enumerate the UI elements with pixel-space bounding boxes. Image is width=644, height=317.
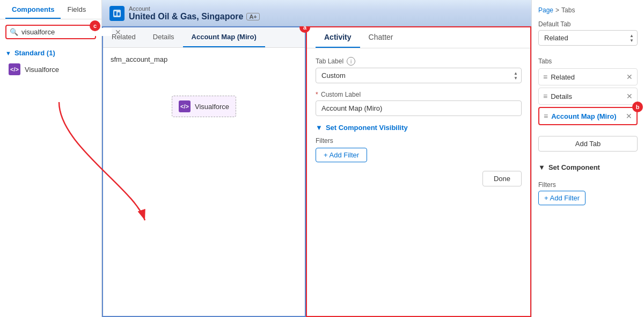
vf-dropped-icon: </> bbox=[179, 100, 191, 112]
tab-components[interactable]: Components bbox=[5, 0, 61, 19]
activity-content: Tab Label i Custom Related Details ▲ ▼ bbox=[307, 48, 530, 316]
right-panel: Page > Tabs Default Tab Related Details … bbox=[531, 0, 644, 317]
tab-close-map-button[interactable]: ✕ bbox=[626, 112, 632, 120]
tab-item-related-wrapper: ≡ Related ✕ bbox=[538, 68, 638, 85]
vf-dropped-icon-label: </> bbox=[180, 103, 189, 110]
drag-handle-map-icon: ≡ bbox=[544, 112, 548, 120]
component-visualforce-label: Visualforce bbox=[25, 66, 59, 74]
set-component-label: Set Component bbox=[548, 163, 600, 171]
account-icon bbox=[109, 6, 125, 21]
account-header: Account United Oil & Gas, Singapore A+ bbox=[102, 0, 531, 26]
standard-section-header[interactable]: ▼ Standard (1) bbox=[5, 49, 96, 57]
arrow-up-default-icon: ▲ bbox=[630, 33, 634, 38]
tab-item-details[interactable]: ≡ Details ✕ bbox=[538, 88, 638, 105]
set-component-section: ▼ Set Component bbox=[538, 163, 638, 171]
svg-rect-3 bbox=[118, 12, 120, 16]
filters-right-section: Filters + Add Filter bbox=[538, 178, 638, 205]
select-arrows: ▲ ▼ bbox=[514, 71, 518, 80]
tabs-section-label: Tabs bbox=[538, 57, 638, 65]
tab-item-account-map-label: Account Map (Miro) bbox=[551, 112, 623, 120]
filters-label: Filters bbox=[316, 137, 522, 145]
tab-inner-content: sfm_account_map </> Visualforce bbox=[103, 48, 305, 316]
svg-rect-2 bbox=[114, 11, 116, 16]
arrow-up-icon: ▲ bbox=[514, 71, 518, 75]
canvas-tab-account-map[interactable]: Account Map (Miro) bbox=[183, 27, 265, 47]
breadcrumb-separator: > bbox=[555, 6, 559, 14]
add-filter-right-button[interactable]: + Add Filter bbox=[538, 191, 586, 205]
default-tab-select[interactable]: Related Details Account Map (Miro) bbox=[539, 31, 637, 45]
list-item[interactable]: </> Visualforce bbox=[5, 61, 96, 77]
default-tab-select-wrapper: Related Details Account Map (Miro) ▲ ▼ bbox=[538, 30, 638, 46]
account-name: United Oil & Gas, Singapore A+ bbox=[129, 12, 260, 21]
right-tab-activity[interactable]: Activity bbox=[316, 27, 360, 48]
arrow-down-icon: ▼ bbox=[514, 76, 518, 80]
standard-section: ▼ Standard (1) </> Visualforce bbox=[0, 45, 101, 82]
tab-item-details-label: Details bbox=[551, 92, 623, 100]
tab-item-details-wrapper: ≡ Details ✕ bbox=[538, 88, 638, 105]
canvas-body: Related Details Account Map (Miro) a sfm… bbox=[102, 26, 531, 317]
badge-c: c bbox=[90, 20, 100, 31]
drag-handle-details-icon: ≡ bbox=[543, 92, 547, 100]
add-filter-button[interactable]: + Add Filter bbox=[316, 148, 367, 162]
vf-dropped-item: </> Visualforce bbox=[172, 96, 236, 117]
account-type-label: Account bbox=[129, 5, 260, 12]
activity-tabs-bar: Activity Chatter bbox=[307, 27, 530, 48]
center-canvas: Account United Oil & Gas, Singapore A+ R… bbox=[102, 0, 531, 317]
standard-section-label: Standard (1) bbox=[14, 49, 55, 57]
default-tab-label: Default Tab bbox=[538, 20, 638, 28]
left-panel-tabs: Components Fields bbox=[0, 0, 101, 19]
left-panel: Components Fields 🔍 ✕ c ▼ Standard (1) <… bbox=[0, 0, 102, 317]
tab-fields[interactable]: Fields bbox=[61, 0, 92, 19]
canvas-tab-details[interactable]: Details bbox=[144, 27, 183, 47]
default-tab-section: Default Tab Related Details Account Map … bbox=[538, 20, 638, 51]
vf-dropped-label: Visualforce bbox=[195, 103, 229, 111]
breadcrumb-current: Tabs bbox=[561, 6, 575, 14]
tab-item-related-label: Related bbox=[551, 73, 623, 81]
account-svg-icon bbox=[113, 9, 121, 18]
chevron-down-visibility-icon: ▼ bbox=[316, 124, 323, 132]
required-star: * bbox=[316, 91, 318, 98]
default-tab-select-arrows: ▲ ▼ bbox=[630, 33, 634, 42]
account-info: Account United Oil & Gas, Singapore A+ bbox=[129, 5, 260, 21]
breadcrumb-page-link[interactable]: Page bbox=[538, 6, 553, 14]
badge-b: b bbox=[632, 102, 643, 112]
sfm-label: sfm_account_map bbox=[111, 55, 297, 63]
set-component-visibility-toggle[interactable]: ▼ Set Component Visibility bbox=[316, 124, 522, 132]
right-tab-chatter[interactable]: Chatter bbox=[360, 27, 402, 48]
tabs-list-section: Tabs ≡ Related ✕ ≡ Details ✕ ≡ Account M… bbox=[538, 57, 638, 127]
tab-label-text: Tab Label bbox=[316, 57, 343, 65]
tab-label-select[interactable]: Custom Related Details bbox=[316, 68, 521, 83]
tab-content-account-map: Related Details Account Map (Miro) a sfm… bbox=[102, 26, 306, 317]
tab-close-details-button[interactable]: ✕ bbox=[626, 92, 633, 100]
clear-search-button[interactable]: ✕ bbox=[115, 28, 121, 36]
custom-label-input[interactable] bbox=[316, 100, 522, 116]
set-component-visibility-label: Set Component Visibility bbox=[326, 124, 408, 132]
add-tab-button[interactable]: Add Tab bbox=[538, 136, 638, 152]
custom-label-text: Custom Label bbox=[321, 91, 361, 98]
tab-label-field-label: Tab Label i bbox=[316, 57, 522, 66]
custom-label-section: * Custom Label bbox=[316, 91, 522, 116]
info-icon: i bbox=[347, 57, 355, 66]
drag-handle-icon: ≡ bbox=[543, 73, 547, 81]
breadcrumb: Page > Tabs bbox=[538, 6, 638, 14]
filters-right-label: Filters bbox=[538, 181, 638, 189]
chevron-down-set-component-icon: ▼ bbox=[538, 163, 545, 171]
tab-close-related-button[interactable]: ✕ bbox=[626, 73, 633, 81]
visualforce-icon: </> bbox=[9, 63, 20, 75]
tab-content-activity: Activity Chatter Tab Label i Custom Rela… bbox=[306, 26, 531, 317]
tab-item-related[interactable]: ≡ Related ✕ bbox=[538, 68, 638, 85]
done-button[interactable]: Done bbox=[482, 171, 522, 186]
account-badge: A+ bbox=[246, 13, 259, 20]
arrow-down-default-icon: ▼ bbox=[630, 38, 634, 42]
chevron-down-icon: ▼ bbox=[5, 50, 11, 56]
search-box-wrapper: 🔍 ✕ c bbox=[5, 25, 96, 39]
account-name-text: United Oil & Gas, Singapore bbox=[129, 12, 243, 21]
tab-label-select-wrapper: Custom Related Details ▲ ▼ bbox=[316, 68, 522, 83]
custom-label-field-label: * Custom Label bbox=[316, 91, 522, 98]
vf-icon-label: </> bbox=[10, 66, 19, 73]
tab-label-section: Tab Label i Custom Related Details ▲ ▼ bbox=[316, 57, 522, 83]
search-icon: 🔍 bbox=[10, 28, 18, 36]
tab-item-account-map[interactable]: ≡ Account Map (Miro) ✕ bbox=[538, 107, 638, 125]
tab-item-account-map-wrapper: ≡ Account Map (Miro) ✕ b bbox=[538, 107, 638, 125]
